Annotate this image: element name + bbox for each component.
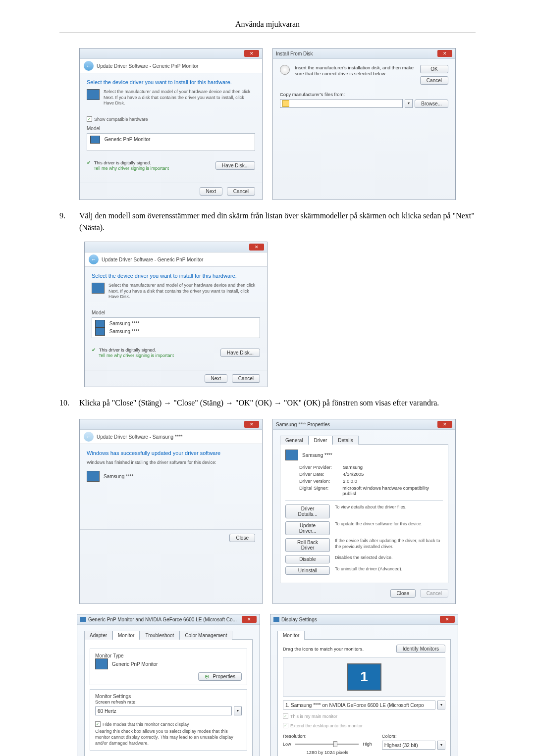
device-name: Samsung **** (104, 474, 134, 479)
signer-label: Digital Signer: (299, 485, 338, 496)
close-icon[interactable]: ✕ (242, 616, 257, 623)
model-item[interactable]: Generic PnP Monitor (90, 136, 252, 144)
wizard-heading: Select the device driver you want to ins… (92, 273, 260, 279)
back-icon[interactable]: ← (89, 254, 99, 264)
colors-select[interactable]: Highest (32 bit) (382, 741, 435, 750)
signing-link[interactable]: Tell me why driver signing is important (99, 353, 174, 358)
copy-from-input[interactable] (280, 99, 403, 108)
chevron-down-icon[interactable]: ▾ (405, 99, 413, 108)
figure-row-1: ✕ ← Update Driver Software - Generic PnP… (59, 48, 476, 200)
browse-button[interactable]: Browse... (415, 100, 448, 108)
tab-details[interactable]: Details (332, 436, 359, 445)
ok-button[interactable]: OK (420, 65, 448, 73)
slider-low-label: Low (283, 742, 291, 747)
install-disk-text: Insert the manufacturer's installation d… (295, 65, 415, 77)
have-disk-button[interactable]: Have Disk... (215, 161, 255, 170)
main-monitor-checkbox: ✓ (283, 713, 288, 719)
close-icon[interactable]: ✕ (249, 244, 264, 251)
model-item[interactable]: Samsung **** (95, 320, 257, 328)
monitor-icon (285, 450, 298, 460)
copy-from-label: Copy manufacturer's files from: (280, 92, 448, 97)
chevron-down-icon[interactable]: ▾ (437, 741, 445, 750)
close-button[interactable]: Close (229, 534, 255, 542)
monitor-item-icon (95, 328, 105, 336)
tab-monitor[interactable]: Monitor (112, 631, 140, 640)
step-10: 10. Klicka på "Close" (Stäng) → "Close" … (59, 397, 476, 409)
wizard-breadcrumb: Update Driver Software - Generic PnP Mon… (97, 63, 198, 69)
monitor-select[interactable]: 1. Samsung **** on NVIDIA GeForce 6600 L… (283, 701, 435, 709)
show-compatible-label: Show compatible hardware (94, 117, 148, 122)
cancel-button[interactable]: Cancel (232, 374, 260, 383)
cancel-button: Cancel (420, 589, 448, 598)
tab-troubleshoot[interactable]: Troubleshoot (140, 631, 179, 640)
close-icon[interactable]: ✕ (244, 50, 259, 57)
folder-icon (282, 100, 289, 107)
rollback-driver-button[interactable]: Roll Back Driver (285, 538, 330, 552)
version-label: Driver Version: (299, 478, 339, 484)
update-driver-dialog-2: ✕ ← Update Driver Software - Generic PnP… (84, 242, 268, 387)
step-text: Klicka på "Close" (Stäng) → "Close" (Stä… (79, 397, 476, 409)
cancel-button[interactable]: Cancel (420, 76, 448, 85)
properties-button[interactable]: ⛨ Properties (198, 672, 242, 681)
tab-general[interactable]: General (280, 436, 309, 445)
dialog-title: Generic PnP Monitor and NVIDIA GeForce 6… (88, 617, 237, 622)
next-button[interactable]: Next (200, 187, 223, 196)
step-9: 9. Välj den modell som överensstämmer me… (59, 210, 476, 234)
figure-row-3: ✕ ← Update Driver Software - Samsung ***… (59, 419, 476, 604)
step-number: 10. (59, 397, 79, 409)
hide-modes-checkbox[interactable]: ✓ (95, 721, 101, 727)
monitor-type-value: Generic PnP Monitor (112, 661, 158, 667)
tab-color-management[interactable]: Color Management (179, 631, 232, 640)
monitor-item-icon (90, 136, 100, 144)
close-icon[interactable]: ✕ (437, 421, 452, 428)
dialog-title: Install From Disk (276, 51, 313, 56)
wizard-breadcrumb: Update Driver Software - Generic PnP Mon… (102, 257, 203, 262)
refresh-rate-label: Screen refresh rate: (95, 699, 242, 705)
resolution-slider[interactable] (295, 744, 359, 745)
driver-details-button[interactable]: Driver Details... (285, 504, 330, 518)
show-compatible-checkbox[interactable]: ✓ (87, 116, 92, 122)
wizard-subtext: Select the manufacturer and model of you… (104, 89, 255, 106)
wizard-subtext: Select the manufacturer and model of you… (108, 283, 260, 300)
next-button[interactable]: Next (205, 374, 228, 383)
uninstall-button[interactable]: Uninstall (285, 566, 330, 575)
model-label: Model (87, 126, 255, 131)
driver-properties-dialog: Samsung **** Properties ✕ General Driver… (272, 419, 456, 604)
cancel-button[interactable]: Cancel (227, 187, 255, 196)
model-item[interactable]: Samsung **** (95, 328, 257, 336)
extend-desktop-label: Extend the desktop onto this monitor (290, 723, 363, 728)
monitor-icon (87, 89, 100, 100)
hide-modes-label: Hide modes that this monitor cannot disp… (103, 722, 189, 727)
chevron-down-icon[interactable]: ▾ (234, 706, 242, 715)
monitor-thumbnail[interactable]: 1 (347, 663, 381, 691)
disable-button[interactable]: Disable (285, 555, 330, 563)
update-driver-button[interactable]: Update Driver... (285, 521, 330, 535)
have-disk-button[interactable]: Have Disk... (220, 349, 260, 357)
close-icon[interactable]: ✕ (440, 616, 455, 623)
tab-monitor[interactable]: Monitor (277, 631, 305, 640)
model-listbox[interactable]: Samsung **** Samsung **** (92, 317, 260, 338)
tab-adapter[interactable]: Adapter (84, 631, 112, 640)
model-listbox[interactable]: Generic PnP Monitor (87, 133, 255, 151)
tab-driver[interactable]: Driver (309, 436, 333, 445)
refresh-rate-select[interactable]: 60 Hertz (95, 706, 232, 715)
signing-link[interactable]: Tell me why driver signing is important (94, 166, 169, 171)
back-icon[interactable]: ← (84, 61, 94, 71)
close-icon[interactable]: ✕ (244, 421, 259, 428)
model-label: Model (92, 310, 260, 315)
slider-high-label: High (363, 742, 372, 747)
install-from-disk-dialog: Install From Disk ✕ Insert the manufactu… (272, 48, 456, 200)
close-icon[interactable]: ✕ (437, 50, 452, 57)
monitor-icon (92, 283, 105, 294)
extend-desktop-checkbox: ✓ (283, 723, 288, 728)
resolution-label: Resolution: (283, 733, 372, 739)
signed-text: This driver is digitally signed. (99, 348, 156, 353)
shield-icon: ✔ (92, 347, 96, 353)
chevron-down-icon[interactable]: ▾ (437, 701, 445, 709)
identify-monitors-button[interactable]: Identify Monitors (396, 645, 445, 653)
monitor-icon (95, 658, 108, 669)
version-value: 2.0.0.0 (343, 478, 357, 484)
monitor-type-legend: Monitor Type (93, 653, 126, 658)
close-button[interactable]: Close (390, 589, 416, 598)
drag-instruction: Drag the icons to match your monitors. (283, 646, 364, 652)
